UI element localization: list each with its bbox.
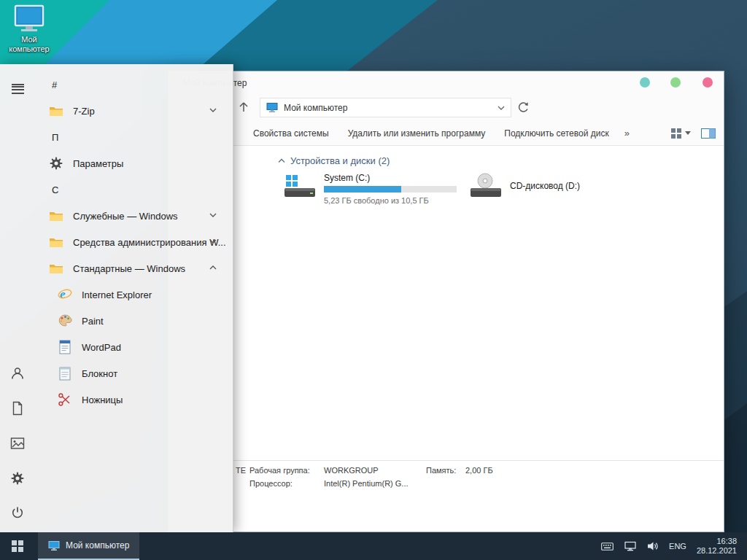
- documents-icon[interactable]: [10, 401, 25, 416]
- folder-icon: [48, 210, 64, 222]
- network-icon[interactable]: [624, 540, 636, 552]
- toolbar-overflow-button[interactable]: »: [619, 128, 635, 139]
- screen: Мой компьютер Мой компьютер Мой компьюте…: [0, 0, 747, 560]
- system-properties-button[interactable]: Свойства системы: [244, 121, 338, 145]
- chevron-down-icon: [209, 213, 217, 217]
- drive-c-name: System (C:): [324, 173, 457, 183]
- start-menu-section-p[interactable]: П: [0, 124, 233, 150]
- item-label: Стандартные — Windows: [73, 263, 185, 274]
- item-label: Ножницы: [82, 394, 123, 405]
- chevron-down-icon: [209, 108, 217, 112]
- command-bar: Свойства системы Удалить или изменить пр…: [169, 121, 724, 146]
- refresh-icon[interactable]: [517, 101, 529, 113]
- start-menu-app-list: # 7-Zip П Параметры С: [0, 71, 233, 413]
- keyboard-icon[interactable]: [601, 540, 614, 552]
- user-icon[interactable]: [10, 366, 25, 381]
- scissors-icon: [57, 392, 73, 407]
- svg-text:e: e: [60, 287, 66, 301]
- drive-c-capacity-bar: [324, 186, 457, 192]
- file-list-area: Устройства и диски (2) System (: [169, 147, 724, 460]
- group-header-label: Устройства и диски (2): [290, 155, 390, 166]
- chevron-down-icon[interactable]: [498, 106, 505, 110]
- volume-icon[interactable]: [646, 540, 659, 552]
- folder-icon: [48, 236, 64, 248]
- computer-icon: [48, 540, 60, 551]
- system-tray: ENG 16:38 28.12.2021: [601, 537, 747, 556]
- start-menu: # 7-Zip П Параметры С: [0, 64, 233, 532]
- section-label: #: [52, 79, 57, 90]
- start-menu-item-7zip[interactable]: 7-Zip: [0, 98, 233, 124]
- uninstall-program-button[interactable]: Удалить или изменить программу: [338, 121, 495, 145]
- maximize-button[interactable]: [670, 77, 681, 88]
- folder-icon: [48, 105, 64, 117]
- group-header-devices[interactable]: Устройства и диски (2): [278, 155, 390, 166]
- address-field[interactable]: Мой компьютер: [260, 98, 511, 117]
- item-label: 7-Zip: [73, 106, 95, 117]
- wordpad-icon: [57, 340, 73, 354]
- pictures-icon[interactable]: [10, 436, 25, 451]
- up-arrow-button[interactable]: [238, 101, 249, 113]
- desktop-icon-my-computer[interactable]: Мой компьютер: [6, 4, 53, 54]
- status-bar: TE Рабочая группа: WORKGROUP Память: 2,0…: [169, 460, 724, 532]
- address-text: Мой компьютер: [284, 103, 347, 113]
- windows-logo-icon: [12, 540, 23, 552]
- start-menu-item-internet-explorer[interactable]: e Internet Explorer: [0, 281, 233, 308]
- start-menu-item-windows-accessories[interactable]: Стандартные — Windows: [0, 255, 233, 281]
- close-button[interactable]: [703, 77, 713, 88]
- map-network-drive-button[interactable]: Подключить сетевой диск: [495, 121, 618, 145]
- explorer-window: Мой компьютер Мой компьютер: [168, 71, 724, 532]
- drive-c-item[interactable]: System (C:) 5,23 ГБ свободно из 10,5 ГБ: [284, 173, 457, 205]
- start-menu-item-wordpad[interactable]: WordPad: [0, 334, 233, 360]
- start-button[interactable]: [0, 532, 35, 560]
- chevron-up-icon: [209, 265, 217, 270]
- item-label: Internet Explorer: [82, 289, 152, 300]
- computer-name-fragment: TE: [236, 466, 246, 475]
- taskbar: Мой компьютер ENG 16:38 28.12.2021: [0, 532, 747, 560]
- item-label: WordPad: [82, 342, 121, 353]
- workgroup-value: WORKGROUP: [324, 466, 379, 475]
- cpu-label: Процессор:: [249, 479, 293, 488]
- drive-d-item[interactable]: CD-дисковод (D:): [470, 173, 580, 199]
- language-indicator[interactable]: ENG: [669, 542, 686, 551]
- section-label: П: [52, 132, 58, 143]
- power-icon[interactable]: [10, 506, 25, 521]
- start-menu-section-hash[interactable]: #: [0, 71, 233, 98]
- item-label: Средства администрирования W...: [73, 237, 226, 248]
- address-bar-row: Мой компьютер: [169, 94, 724, 121]
- start-menu-item-windows-system[interactable]: Служебные — Windows: [0, 203, 233, 229]
- title-bar[interactable]: Мой компьютер: [169, 71, 724, 94]
- chevron-up-icon: [278, 158, 285, 163]
- memory-value: 2,00 ГБ: [465, 466, 493, 475]
- drive-c-capacity-fill: [324, 186, 401, 192]
- preview-pane-icon[interactable]: [701, 128, 716, 139]
- chevron-down-icon: [209, 239, 217, 244]
- paint-icon: [57, 314, 73, 328]
- cd-drive-icon: [470, 173, 502, 199]
- notepad-icon: [57, 366, 73, 381]
- memory-label: Память:: [426, 466, 456, 475]
- start-menu-item-admin-tools[interactable]: Средства администрирования W...: [0, 229, 233, 255]
- item-label: Параметры: [73, 158, 123, 169]
- item-label: Блокнот: [82, 368, 117, 379]
- start-menu-item-paint[interactable]: Paint: [0, 308, 233, 334]
- clock-date: 28.12.2021: [697, 546, 737, 556]
- internet-explorer-icon: e: [57, 287, 73, 302]
- workgroup-label: Рабочая группа:: [249, 466, 310, 475]
- computer-icon: [266, 102, 278, 113]
- clock[interactable]: 16:38 28.12.2021: [697, 537, 737, 556]
- section-label: С: [52, 184, 58, 195]
- hard-drive-icon: [284, 173, 316, 205]
- minimize-button[interactable]: [640, 77, 650, 88]
- view-options-icon[interactable]: [671, 128, 691, 139]
- start-menu-item-settings[interactable]: Параметры: [0, 150, 233, 176]
- item-label: Paint: [82, 316, 104, 327]
- desktop-icon-label: Мой компьютер: [6, 35, 53, 54]
- start-menu-section-s[interactable]: С: [0, 176, 233, 203]
- taskbar-app-my-computer[interactable]: Мой компьютер: [38, 532, 139, 560]
- drive-c-free-space: 5,23 ГБ свободно из 10,5 ГБ: [324, 196, 457, 205]
- start-menu-item-notepad[interactable]: Блокнот: [0, 360, 233, 386]
- settings-gear-icon[interactable]: [10, 471, 25, 486]
- start-menu-item-snipping-tool[interactable]: Ножницы: [0, 386, 233, 413]
- clock-time: 16:38: [697, 537, 737, 546]
- folder-icon: [48, 262, 64, 274]
